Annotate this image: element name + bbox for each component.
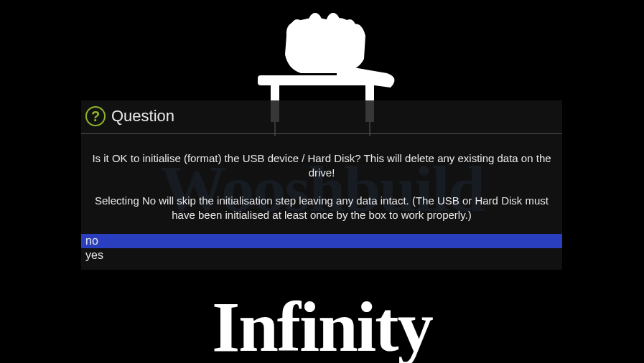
- svg-rect-2: [258, 75, 387, 85]
- svg-point-6: [342, 19, 357, 44]
- svg-point-4: [307, 13, 323, 42]
- dialog-message-line1: Is it OK to initialise (format) the USB …: [85, 151, 558, 181]
- option-yes[interactable]: yes: [81, 248, 562, 263]
- question-icon: ?: [85, 106, 106, 126]
- svg-point-5: [325, 13, 341, 42]
- brand-bottom-text: Infinity: [212, 291, 431, 363]
- dialog-message-line2: Selecting No will skip the initialisatio…: [85, 194, 558, 223]
- dialog-message: Is it OK to initialise (format) the USB …: [81, 134, 562, 234]
- svg-point-3: [289, 19, 305, 45]
- dialog-options: no yes: [81, 234, 562, 270]
- question-dialog: ? Question Is it OK to initialise (forma…: [81, 100, 562, 270]
- dialog-header: ? Question: [81, 100, 562, 134]
- option-no[interactable]: no: [81, 234, 562, 248]
- dialog-title: Question: [111, 107, 174, 126]
